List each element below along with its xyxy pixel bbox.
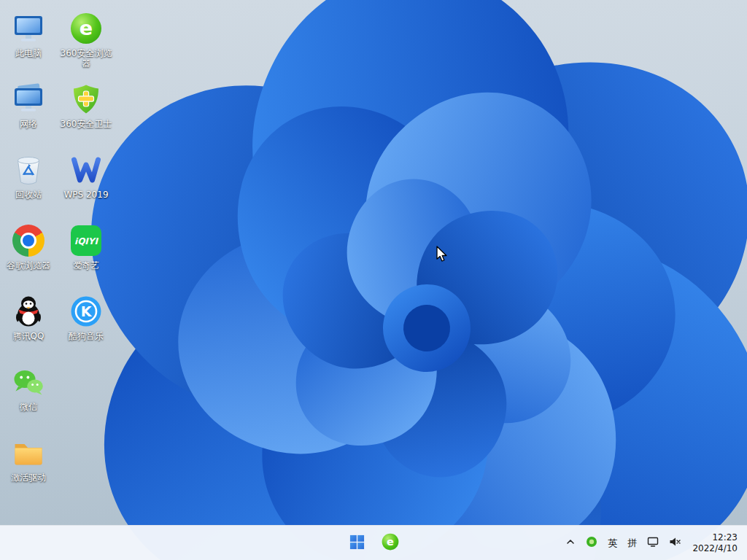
green-shield-cross-icon bbox=[69, 82, 104, 117]
green-e-circle-icon: e bbox=[69, 11, 104, 46]
svg-text:e: e bbox=[387, 535, 394, 548]
network-monitor-icon bbox=[11, 82, 46, 117]
desktop-icon-wps[interactable]: WPS 2019 bbox=[58, 146, 115, 217]
desktop-icon-network[interactable]: 网络 bbox=[0, 75, 57, 146]
desktop-icon-label: 谷歌浏览器 bbox=[7, 260, 50, 271]
taskbar-360-browser-button[interactable]: e bbox=[375, 528, 406, 559]
desktop-icon-recycle-bin[interactable]: 回收站 bbox=[0, 146, 57, 217]
volume-muted-icon bbox=[669, 536, 681, 550]
desktop-icon-iqiyi[interactable]: iQIYI 爱奇艺 bbox=[58, 217, 115, 287]
svg-text:K: K bbox=[81, 303, 93, 319]
windows-start-icon bbox=[349, 534, 365, 553]
chrome-icon bbox=[11, 223, 46, 258]
desktop-icon-label: 腾讯QQ bbox=[13, 331, 44, 341]
wechat-bubbles-icon bbox=[11, 365, 46, 400]
desktop-icon-label: WPS 2019 bbox=[63, 190, 108, 200]
desktop-icon-qq[interactable]: 腾讯QQ bbox=[0, 287, 57, 358]
desktop-icon-label: 网络 bbox=[20, 119, 37, 129]
desktop-icon-label: 360安全卫士 bbox=[61, 119, 112, 129]
kugou-blue-circle-k-icon: K bbox=[69, 294, 104, 329]
desktop-icon-this-pc[interactable]: 此电脑 bbox=[0, 4, 57, 75]
desktop-icon-label: 酷狗音乐 bbox=[69, 331, 104, 341]
blue-w-icon bbox=[69, 152, 104, 187]
start-button[interactable] bbox=[341, 528, 372, 559]
desktop-icon-column-1: 此电脑 网络 bbox=[0, 4, 57, 499]
recycle-bin-icon bbox=[11, 152, 46, 187]
taskbar-center-icons: e bbox=[341, 526, 406, 560]
monitor-icon bbox=[11, 11, 46, 46]
network-icon bbox=[647, 536, 659, 550]
network-button[interactable] bbox=[642, 529, 664, 558]
iqiyi-green-square-icon: iQIYI bbox=[69, 223, 104, 258]
folder-icon bbox=[11, 435, 46, 470]
desktop-icon-label: 微信 bbox=[20, 402, 37, 412]
desktop-icon-activation-folder[interactable]: 激活驱动 bbox=[0, 429, 57, 499]
taskbar: e 英 bbox=[0, 525, 747, 560]
qq-penguin-icon bbox=[11, 294, 46, 329]
360-tray-icon bbox=[586, 536, 597, 550]
ime-pinyin-indicator[interactable]: 拼 bbox=[622, 529, 642, 558]
desktop-icon-label: 回收站 bbox=[15, 190, 42, 200]
360-browser-icon: e bbox=[381, 532, 400, 553]
desktop-icon-360-guard[interactable]: 360安全卫士 bbox=[58, 75, 115, 146]
desktop-icon-label: 爱奇艺 bbox=[73, 260, 99, 271]
desktop-icon-label: 360安全浏览器 bbox=[58, 48, 114, 69]
svg-text:e: e bbox=[80, 17, 93, 39]
tray-chevron-button[interactable] bbox=[560, 529, 581, 558]
clock[interactable]: 12:23 2022/4/10 bbox=[686, 529, 744, 558]
svg-text:iQIYI: iQIYI bbox=[74, 236, 98, 246]
desktop-icon-column-2: e 360安全浏览器 360安全卫士 bbox=[58, 4, 115, 358]
tray-360-button[interactable] bbox=[581, 529, 603, 558]
desktop-icon-wechat[interactable]: 微信 bbox=[0, 358, 57, 429]
clock-date: 2022/4/10 bbox=[692, 543, 738, 554]
desktop-icon-kugou[interactable]: K 酷狗音乐 bbox=[58, 287, 115, 358]
ime-language-indicator[interactable]: 英 bbox=[603, 529, 622, 558]
clock-time: 12:23 bbox=[712, 532, 738, 543]
volume-button[interactable] bbox=[664, 529, 686, 558]
desktop-icon-360-browser[interactable]: e 360安全浏览器 bbox=[58, 4, 115, 75]
desktop-icon-chrome[interactable]: 谷歌浏览器 bbox=[0, 217, 57, 287]
desktop-icon-label: 此电脑 bbox=[15, 48, 42, 58]
chevron-up-icon bbox=[565, 537, 576, 549]
desktop-icon-label: 激活驱动 bbox=[11, 472, 46, 483]
system-tray: 英 拼 12:23 2 bbox=[560, 526, 744, 560]
desktop: 此电脑 网络 bbox=[0, 0, 747, 560]
